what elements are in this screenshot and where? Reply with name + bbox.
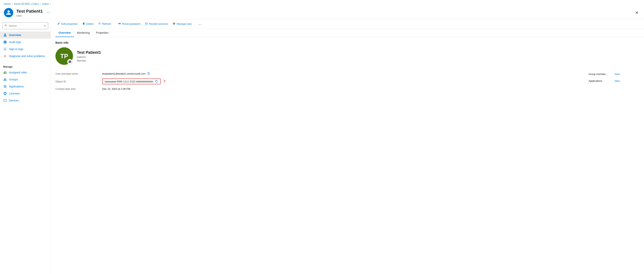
refresh-label: Refresh (102, 22, 111, 25)
breadcrumb: Home › Azure AD B2C | Users › Users › (0, 0, 644, 6)
toolbar-more-button[interactable]: ... (197, 21, 203, 27)
group-member-view-link[interactable]: View (614, 73, 620, 76)
sidebar-audit-logs-label: Audit logs (9, 40, 21, 44)
object-id-copy-button[interactable] (155, 80, 158, 83)
breadcrumb-aad[interactable]: Azure AD B2C | Users (14, 2, 39, 5)
sidebar-item-assigned-roles[interactable]: Assigned roles (0, 69, 50, 76)
content-area: Edit properties Delete Refresh (51, 19, 644, 274)
refresh-button[interactable]: Refresh (96, 21, 113, 27)
key-icon (118, 22, 121, 25)
manage-view-button[interactable]: Manage view (171, 21, 194, 27)
reset-password-button[interactable]: Reset password (116, 21, 142, 27)
edit-properties-button[interactable]: Edit properties (56, 21, 80, 27)
created-date-value-container: Dec 15, 2023 at 2:36 PM (102, 87, 130, 90)
audit-logs-icon (3, 40, 7, 44)
upn-label: User principal name (56, 72, 98, 75)
block-icon (145, 22, 148, 25)
sidebar-item-applications[interactable]: Applications (0, 83, 50, 90)
upn-value: testpatient1@testb2c.onmicrosoft.com (102, 72, 146, 75)
applications-view-link[interactable]: View (614, 79, 620, 82)
toolbar-divider-1 (114, 22, 115, 26)
group-member-row: Group member... View (588, 71, 639, 78)
close-button[interactable]: ✕ (634, 9, 640, 16)
user-role: Member (77, 59, 101, 62)
user-username: patient1 (77, 55, 101, 58)
page-header-title: Test Patient1 ... User (16, 8, 52, 17)
created-date-label: Created date time (56, 87, 98, 90)
search-icon (4, 24, 7, 27)
sidebar-licenses-label: Licenses (9, 92, 20, 95)
pencil-icon (57, 22, 60, 25)
breadcrumb-users[interactable]: Users (42, 2, 49, 5)
upn-row: User principal name testpatient1@testb2c… (56, 70, 573, 77)
diagnose-icon (3, 54, 7, 58)
delete-button[interactable]: Delete (80, 21, 96, 27)
camera-button[interactable] (67, 59, 72, 64)
breadcrumb-home[interactable]: Home (4, 2, 11, 5)
object-id-label: Object ID (56, 80, 98, 83)
properties-section: User principal name testpatient1@testb2c… (56, 70, 573, 92)
applications-row: Applications View (588, 78, 639, 84)
tabs: Overview Monitoring Properties (51, 29, 644, 37)
sidebar-devices-label: Devices (9, 99, 19, 102)
overview-left: TP Test Patient1 patient1 Member (56, 47, 573, 92)
delete-label: Delete (86, 22, 94, 25)
sidebar-collapse-button[interactable]: « (43, 23, 46, 28)
header-ellipsis-button[interactable]: ... (45, 8, 52, 14)
tab-properties[interactable]: Properties (93, 29, 112, 37)
upn-copy-button[interactable] (147, 72, 150, 75)
sidebar-overview-label: Overview (9, 33, 21, 37)
sidebar-item-overview[interactable]: Overview (0, 31, 50, 39)
search-input[interactable] (9, 24, 42, 27)
settings-icon (173, 22, 176, 25)
reset-password-label: Reset password (122, 22, 140, 25)
manage-view-label: Manage view (176, 22, 192, 25)
header-avatar (4, 8, 13, 17)
sidebar-sign-in-logs-label: Sign-in logs (9, 47, 23, 51)
basic-info-title: Basic info (56, 41, 639, 44)
sidebar-groups-label: Groups (9, 78, 18, 81)
manage-section-label: Manage (0, 63, 50, 69)
sidebar-item-diagnose[interactable]: Diagnose and solve problems (0, 53, 50, 60)
sidebar-item-devices[interactable]: Devices (0, 97, 50, 104)
sidebar-item-audit-logs[interactable]: Audit logs (0, 39, 50, 46)
sidebar: « Overview Audit logs (0, 19, 51, 274)
upn-value-container: testpatient1@testb2c.onmicrosoft.com (102, 72, 150, 75)
trash-icon (82, 22, 85, 25)
overview-right: Group member... View Applications View (581, 47, 639, 92)
page-title: Test Patient1 (16, 9, 43, 14)
sign-in-logs-icon (3, 47, 7, 51)
object-id-row: Object ID aaaaaaaa-0000-1111-2222-bbbbbb… (56, 77, 573, 86)
devices-icon (3, 99, 7, 102)
sidebar-item-licenses[interactable]: Licenses (0, 90, 50, 97)
page-header: Test Patient1 ... User ✕ (0, 6, 644, 19)
edit-properties-label: Edit properties (61, 22, 78, 25)
main-layout: « Overview Audit logs (0, 19, 644, 274)
page-subtitle: User (16, 14, 52, 17)
sidebar-assigned-roles-label: Assigned roles (9, 71, 27, 74)
applications-label: Applications (588, 79, 612, 82)
tab-monitoring[interactable]: Monitoring (74, 29, 93, 37)
created-date-value: Dec 15, 2023 at 2:36 PM (102, 87, 130, 90)
assigned-roles-icon (3, 70, 7, 74)
tab-overview[interactable]: Overview (56, 29, 74, 37)
revoke-sessions-label: Revoke sessions (149, 22, 168, 25)
applications-icon (3, 85, 7, 88)
object-id-highlighted: aaaaaaaa-0000-1111-2222-bbbbbbbbbbbb (102, 78, 160, 84)
sidebar-applications-label: Applications (9, 85, 24, 88)
sidebar-item-sign-in-logs[interactable]: Sign-in logs (0, 46, 50, 53)
sidebar-divider (3, 61, 48, 61)
overview-two-col: TP Test Patient1 patient1 Member (56, 47, 639, 92)
right-info: Group member... View Applications View (581, 71, 639, 84)
user-card: TP Test Patient1 patient1 Member (56, 47, 573, 65)
user-initials: TP (60, 53, 68, 60)
group-member-label: Group member... (588, 73, 612, 76)
user-icon (3, 33, 7, 37)
object-id-badge: 7 (164, 80, 166, 83)
created-date-row: Created date time Dec 15, 2023 at 2:36 P… (56, 86, 573, 92)
sidebar-item-groups[interactable]: Groups (0, 76, 50, 83)
revoke-sessions-button[interactable]: Revoke sessions (143, 21, 170, 27)
search-box: « (2, 22, 48, 29)
user-info: Test Patient1 patient1 Member (77, 50, 101, 62)
user-display-name: Test Patient1 (77, 50, 101, 55)
